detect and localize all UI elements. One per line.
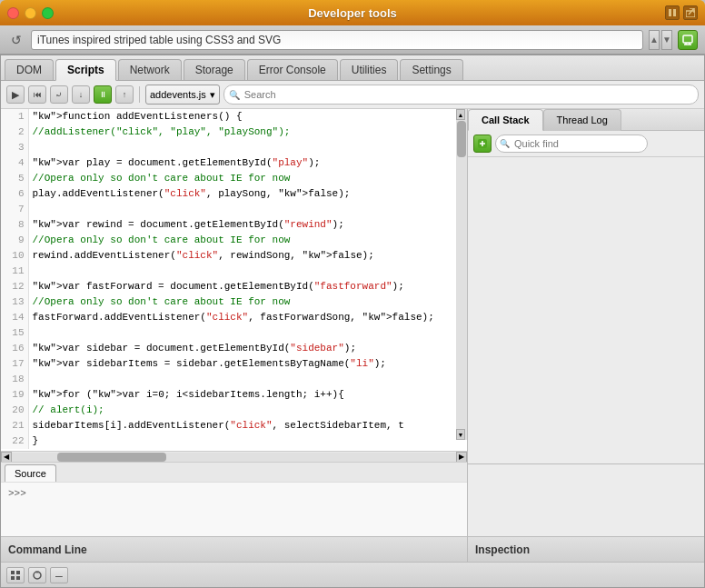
line-number: 20 bbox=[1, 403, 28, 418]
inspection-label: Inspection bbox=[475, 543, 530, 556]
code-table: 1"kw">function addEventListeners() {2 //… bbox=[1, 109, 467, 449]
code-content: //Opera only so don't care about IE for … bbox=[28, 233, 467, 248]
table-row: 15 bbox=[1, 325, 467, 341]
scroll-thumb[interactable] bbox=[457, 121, 466, 157]
devtools-panel: DOM Scripts Network Storage Error Consol… bbox=[0, 55, 705, 588]
file-selector[interactable]: addevents.js ▾ bbox=[145, 85, 220, 105]
table-row: 5 //Opera only so don't care about IE fo… bbox=[1, 171, 467, 186]
code-content: sidebarItems[i].addEventListener("click"… bbox=[28, 418, 467, 434]
tab-storage[interactable]: Storage bbox=[184, 59, 245, 80]
right-bottom bbox=[468, 463, 704, 536]
right-tabs: Call Stack Thread Log bbox=[468, 109, 704, 131]
url-up-arrow[interactable]: ▲ bbox=[649, 30, 660, 50]
scroll-right-btn[interactable]: ▶ bbox=[456, 452, 467, 463]
code-content: "kw">var sidebarItems = sidebar.getEleme… bbox=[28, 356, 467, 372]
console-area: >>> bbox=[1, 482, 467, 536]
svg-rect-0 bbox=[669, 9, 671, 16]
table-row: 11 bbox=[1, 264, 467, 279]
scroll-left-btn[interactable]: ◀ bbox=[1, 452, 12, 463]
line-number: 16 bbox=[1, 341, 28, 356]
code-content: "kw">var play = document.getElementById(… bbox=[28, 155, 467, 171]
url-arrows[interactable]: ▲ ▼ bbox=[649, 30, 672, 50]
tab-source[interactable]: Source bbox=[5, 464, 56, 482]
code-panel: 1"kw">function addEventListeners() {2 //… bbox=[1, 109, 468, 562]
pause-button[interactable]: ⏸ bbox=[94, 85, 112, 104]
horizontal-scrollbar[interactable]: ◀ ▶ bbox=[1, 451, 467, 462]
line-number: 13 bbox=[1, 294, 28, 310]
play-button[interactable]: ▶ bbox=[6, 85, 25, 104]
line-number: 9 bbox=[1, 233, 28, 248]
search-input[interactable] bbox=[223, 85, 699, 105]
code-area[interactable]: 1"kw">function addEventListeners() {2 //… bbox=[1, 109, 467, 451]
bottom-btn-1[interactable] bbox=[6, 567, 25, 583]
svg-rect-11 bbox=[11, 571, 15, 574]
minimize-button[interactable] bbox=[25, 7, 36, 19]
code-content: "kw">var fastForward = document.getEleme… bbox=[28, 279, 467, 294]
window-controls[interactable] bbox=[7, 7, 54, 19]
step-out-button[interactable]: ↑ bbox=[115, 85, 134, 104]
command-bar: Command Line bbox=[1, 536, 467, 562]
inspection-bar: Inspection bbox=[468, 536, 704, 562]
inspect-button[interactable] bbox=[678, 30, 698, 50]
table-row: 9 //Opera only so don't care about IE fo… bbox=[1, 233, 467, 248]
step-over-button[interactable]: ⤾ bbox=[50, 85, 68, 104]
table-row: 13 //Opera only so don't care about IE f… bbox=[1, 294, 467, 310]
line-number: 7 bbox=[1, 202, 28, 217]
line-number: 21 bbox=[1, 418, 28, 434]
popout-icon[interactable] bbox=[683, 5, 698, 20]
right-panel: Call Stack Thread Log bbox=[468, 109, 704, 562]
scroll-up-btn[interactable]: ▲ bbox=[456, 109, 465, 120]
resize-icon[interactable] bbox=[665, 5, 680, 20]
line-number: 10 bbox=[1, 248, 28, 264]
line-number: 11 bbox=[1, 264, 28, 279]
tab-utilities[interactable]: Utilities bbox=[340, 59, 399, 80]
table-row: 2 //addListener("click", "play", "playSo… bbox=[1, 125, 467, 140]
h-scroll-track bbox=[12, 453, 456, 462]
quick-find-input[interactable] bbox=[495, 135, 648, 153]
url-down-arrow[interactable]: ▼ bbox=[661, 30, 672, 50]
table-row: 12 "kw">var fastForward = document.getEl… bbox=[1, 279, 467, 294]
table-row: 17 "kw">var sidebarItems = sidebar.getEl… bbox=[1, 356, 467, 372]
tab-settings[interactable]: Settings bbox=[400, 59, 462, 80]
tab-call-stack[interactable]: Call Stack bbox=[468, 109, 543, 131]
code-content: //addListener("click", "play", "playSong… bbox=[28, 125, 467, 140]
addressbar: ↺ iTunes inspired striped table using CS… bbox=[0, 25, 705, 55]
code-content: //Opera only so don't care about IE for … bbox=[28, 294, 467, 310]
tab-dom[interactable]: DOM bbox=[5, 59, 54, 80]
vertical-scrollbar[interactable]: ▲ ▼ bbox=[456, 109, 467, 440]
source-tab-row: Source bbox=[1, 462, 467, 482]
line-number: 6 bbox=[1, 186, 28, 202]
line-number: 3 bbox=[1, 140, 28, 155]
search-wrapper bbox=[223, 85, 699, 105]
bottom-btn-2[interactable] bbox=[28, 567, 46, 583]
maximize-button[interactable] bbox=[42, 7, 54, 19]
close-button[interactable] bbox=[7, 7, 19, 19]
table-row: 10 rewind.addEventListener("click", rewi… bbox=[1, 248, 467, 264]
step-into-button[interactable]: ↓ bbox=[72, 85, 90, 104]
tab-scripts[interactable]: Scripts bbox=[55, 59, 116, 81]
table-row: 7 bbox=[1, 202, 467, 217]
titlebar-actions[interactable] bbox=[665, 5, 698, 20]
table-row: 8 "kw">var rewind = document.getElementB… bbox=[1, 217, 467, 233]
step-back-button[interactable]: ⏮ bbox=[28, 85, 46, 104]
table-row: 1"kw">function addEventListeners() { bbox=[1, 109, 467, 125]
line-number: 5 bbox=[1, 171, 28, 186]
scroll-down-btn[interactable]: ▼ bbox=[456, 429, 465, 440]
bottom-btn-3[interactable]: – bbox=[50, 567, 68, 583]
table-row: 16 "kw">var sidebar = document.getElemen… bbox=[1, 341, 467, 356]
reload-button[interactable]: ↺ bbox=[7, 31, 25, 49]
tab-error-console[interactable]: Error Console bbox=[247, 59, 338, 80]
scripts-toolbar: ▶ ⏮ ⤾ ↓ ⏸ ↑ addevents.js ▾ bbox=[1, 81, 704, 109]
table-row: 18 bbox=[1, 372, 467, 387]
svg-point-15 bbox=[34, 572, 41, 579]
code-content bbox=[28, 325, 467, 341]
line-number: 2 bbox=[1, 125, 28, 140]
tab-thread-log[interactable]: Thread Log bbox=[543, 109, 621, 131]
tab-network[interactable]: Network bbox=[118, 59, 182, 80]
h-scroll-thumb[interactable] bbox=[57, 453, 166, 462]
console-prompt: >>> bbox=[8, 488, 26, 499]
add-watch-button[interactable] bbox=[473, 135, 492, 153]
line-number: 17 bbox=[1, 356, 28, 372]
line-number: 14 bbox=[1, 310, 28, 325]
main-content: 1"kw">function addEventListeners() {2 //… bbox=[1, 109, 704, 562]
